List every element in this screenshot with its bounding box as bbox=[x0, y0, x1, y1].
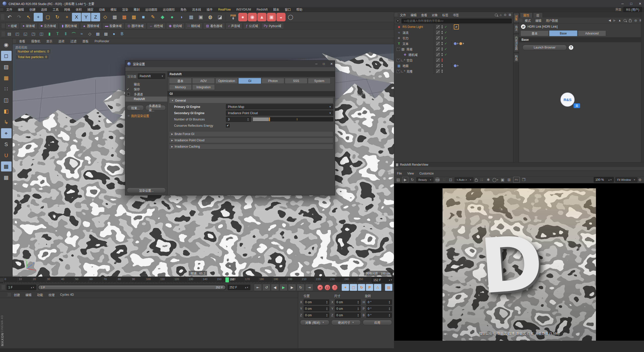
size-z-field[interactable]: 0 cm▲▼ bbox=[335, 313, 360, 318]
redo-icon[interactable]: ↷ bbox=[15, 13, 24, 21]
light-icon[interactable]: ◍ bbox=[206, 13, 215, 21]
position-y-field[interactable]: 0 cm▲▼ bbox=[304, 306, 329, 311]
viewport-solo-icon[interactable]: ⌖ bbox=[1, 128, 12, 138]
menu-item[interactable]: 模拟 bbox=[108, 7, 119, 12]
hdri-link-tag-icon[interactable]: ⇄ bbox=[454, 24, 459, 29]
close-button[interactable]: ✕ bbox=[639, 2, 641, 6]
menu-item[interactable]: 渲染 bbox=[119, 7, 131, 12]
restart-render-button[interactable]: ↻ bbox=[410, 177, 415, 183]
slider-handle[interactable] bbox=[269, 117, 270, 121]
redshift-tab[interactable]: SSS bbox=[285, 78, 307, 84]
floor-icon[interactable]: ▦ bbox=[187, 13, 196, 21]
attribute-tab[interactable]: 基本 bbox=[520, 30, 549, 36]
redshift-tab[interactable]: Integration bbox=[192, 84, 215, 90]
model-mode-icon[interactable]: ◻ bbox=[1, 51, 12, 61]
plugin-cube1-icon[interactable]: ◰ bbox=[14, 30, 21, 37]
minimize-button[interactable]: ─ bbox=[621, 2, 624, 6]
modeling-array-icon[interactable]: ● bbox=[168, 13, 177, 21]
enabled-check-icon[interactable]: ✓ bbox=[445, 25, 448, 29]
snapshot-icon[interactable]: ✱ bbox=[486, 177, 491, 183]
tab-layers[interactable]: 层 bbox=[533, 13, 543, 18]
multipass-checkbox[interactable] bbox=[127, 93, 130, 96]
om-menu-item[interactable]: 文件 bbox=[398, 13, 408, 17]
sky-icon[interactable]: ◪ bbox=[215, 13, 224, 21]
dialog-titlebar[interactable]: 渲染设置 ─ □ ✕ bbox=[125, 61, 335, 67]
python-field-icon[interactable]: Py Python域 bbox=[261, 23, 284, 29]
om-new-panel-icon[interactable]: ⊞ bbox=[509, 13, 511, 17]
render-view-icon[interactable]: ▦ bbox=[110, 13, 119, 21]
coordinate-mode-select[interactable]: 对象 (相对)▼ bbox=[300, 320, 329, 325]
rs-light-icon[interactable]: ● bbox=[238, 13, 247, 21]
expand-toggle-icon[interactable]: + bbox=[397, 59, 400, 62]
secondary-gi-select[interactable]: Irradiance Point Cloud▼ bbox=[226, 110, 333, 116]
render-picture-viewer-icon[interactable]: ▦ bbox=[120, 13, 129, 21]
selection-tag-icon[interactable] bbox=[463, 42, 464, 45]
simulation-icon[interactable]: S bbox=[1, 139, 12, 149]
channel-icon[interactable]: RGB bbox=[435, 177, 440, 182]
rs-env-icon[interactable]: ◒ bbox=[276, 13, 286, 21]
menu-item[interactable]: 文件 bbox=[4, 7, 15, 12]
axis-z-lock-icon[interactable]: Z bbox=[91, 13, 100, 21]
material-menu-item[interactable]: 编辑 bbox=[23, 293, 34, 297]
scale-icon[interactable]: ▢ bbox=[43, 13, 52, 21]
keying-help-button[interactable]: ? bbox=[331, 284, 338, 291]
polygons-mode-icon[interactable]: ◧ bbox=[1, 106, 12, 116]
linear-field-icon[interactable]: ↔ 线性域 bbox=[147, 23, 166, 29]
last-tool-icon[interactable]: + bbox=[62, 13, 71, 21]
object-search-input[interactable] bbox=[401, 19, 512, 23]
points-mode-icon[interactable]: ∷ bbox=[1, 84, 12, 94]
plugin-window-icon[interactable]: ▤ bbox=[6, 30, 13, 37]
ipr-play-button[interactable]: ▶ bbox=[402, 177, 408, 183]
manager-tab[interactable]: 对象 bbox=[513, 13, 519, 23]
object-row[interactable]: ⬥ RS Dome Light ✓ ⇄ bbox=[394, 24, 513, 30]
timeline-ticks[interactable]: 0102030405060708090100110120130140150160… bbox=[4, 277, 372, 283]
loop-button[interactable]: ↻ bbox=[297, 284, 305, 291]
render-settings-icon[interactable]: ▦ bbox=[129, 13, 138, 21]
material-menu-item[interactable]: 纹理 bbox=[46, 293, 57, 297]
record-position-button[interactable]: + bbox=[342, 284, 349, 291]
multipass-render-button[interactable]: 多通道渲染... bbox=[145, 105, 166, 111]
primary-gi-select[interactable]: Photon Map▼ bbox=[226, 104, 333, 109]
record-scale-button[interactable]: ▢ bbox=[350, 284, 357, 291]
to-picture-viewer-icon[interactable]: PV bbox=[513, 177, 520, 183]
rs-dome-light-icon[interactable]: ◉ bbox=[248, 13, 257, 21]
plugin-cube2-icon[interactable]: ◱ bbox=[22, 30, 29, 37]
render-preset-item[interactable]: 我的渲染设置 bbox=[131, 114, 149, 118]
manager-tab[interactable]: 内容浏览器 bbox=[513, 34, 519, 52]
attr-menu-item[interactable]: 编辑 bbox=[533, 18, 544, 23]
material-menu-item[interactable]: 创建 bbox=[11, 293, 23, 297]
formula-field-icon[interactable]: ƒ 公式域 bbox=[243, 23, 260, 29]
current-frame-box[interactable]: 152 F▲▼ bbox=[372, 277, 394, 283]
plugin-sphere-icon[interactable]: ● bbox=[110, 30, 118, 37]
object-row[interactable]: − ▤ 简易 ✓ bbox=[394, 46, 513, 52]
plugin-text-icon[interactable]: T bbox=[54, 30, 61, 37]
rotation-b-field[interactable]: 0 °▲▼ bbox=[366, 313, 392, 318]
redshift-tab[interactable]: GI bbox=[238, 78, 261, 84]
plugin-b-icon[interactable]: B bbox=[118, 30, 126, 37]
bucket-grid-icon[interactable]: ∷ bbox=[479, 177, 484, 183]
rotation-p-field[interactable]: 0 °▲▼ bbox=[366, 306, 392, 311]
menu-item[interactable]: 脚本 bbox=[270, 7, 282, 12]
add-image-icon[interactable]: ⊞ bbox=[507, 177, 512, 183]
object-row[interactable]: ▦ 地面 bbox=[394, 63, 513, 68]
tab-attributes[interactable]: 属性 bbox=[520, 13, 533, 18]
dialog-grip-dots[interactable] bbox=[126, 67, 130, 71]
prev-key-button[interactable]: ◀ bbox=[271, 284, 279, 291]
next-key-button[interactable]: ▶ bbox=[288, 284, 296, 291]
shader-field-icon[interactable]: ▨ 着色器域 bbox=[203, 23, 225, 29]
region-grid-icon[interactable]: ∷ bbox=[441, 177, 447, 183]
renderview-canvas[interactable]: D 微信公众号: 野鹿志 微博: 野鹿志 作者: 马鹿野郎 (1.59s) bbox=[394, 183, 644, 341]
viewport-menu-item[interactable]: 面板 bbox=[79, 39, 92, 43]
plugin-clamp-icon[interactable]: ◫ bbox=[38, 30, 45, 37]
selection-tag-icon[interactable] bbox=[457, 65, 459, 67]
material-menu-item[interactable]: Cycles 4D bbox=[57, 293, 77, 296]
attribute-tab[interactable]: Advanced bbox=[578, 30, 606, 36]
fields-toolbar-grip[interactable] bbox=[2, 22, 5, 29]
group-field-icon[interactable]: ▪ 组域 bbox=[6, 23, 19, 29]
object-row-child[interactable]: ❖ 随机域 ✓ bbox=[394, 52, 513, 57]
snap-icon[interactable]: U bbox=[1, 150, 12, 160]
attr-menu-item[interactable]: 用户数据 bbox=[544, 18, 560, 23]
save-check-icon[interactable]: ✓ bbox=[127, 87, 129, 91]
menu-item[interactable]: 选择 bbox=[38, 7, 50, 12]
rs-camera-icon[interactable]: ▣ bbox=[267, 13, 276, 21]
